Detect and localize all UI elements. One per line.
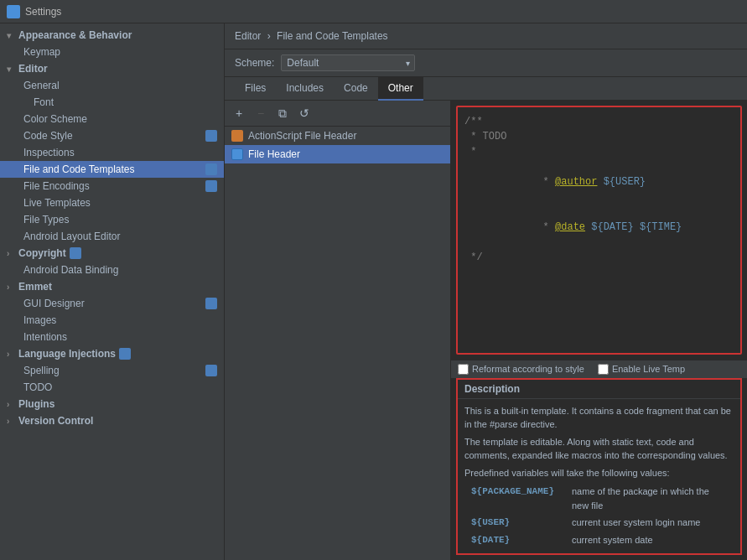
sidebar-item-file-types[interactable]: File Types xyxy=(0,211,224,228)
sidebar-item-label: File Types xyxy=(23,214,69,226)
scheme-select-wrap[interactable]: Default Project xyxy=(281,54,415,71)
file-list-panel: + − ⧉ ↺ ActionScript File Header File He… xyxy=(225,101,451,560)
code-line: * xyxy=(464,144,734,159)
code-line: * TODO xyxy=(464,129,734,144)
code-line: /** xyxy=(464,114,734,129)
reset-button[interactable]: ↺ xyxy=(295,104,314,122)
sidebar-item-general[interactable]: General xyxy=(0,77,224,94)
description-text1: This is a built-in template. It contains… xyxy=(464,404,734,432)
breadcrumb-templates: File and Code Templates xyxy=(277,30,388,42)
app-icon xyxy=(7,5,20,18)
file-item-actionscript[interactable]: ActionScript File Header xyxy=(225,127,450,145)
code-editor[interactable]: /** * TODO * * @author ${USER} * @date $… xyxy=(456,106,742,355)
code-line: * @author ${USER} xyxy=(464,159,734,205)
sidebar-item-editor[interactable]: ▾ Editor xyxy=(0,60,224,77)
description-body: This is a built-in template. It contains… xyxy=(458,399,740,554)
tab-includes[interactable]: Includes xyxy=(276,77,334,101)
badge-icon xyxy=(70,247,81,259)
sidebar-item-images[interactable]: Images xyxy=(0,312,224,329)
enable-live-text: Enable Live Temp xyxy=(612,364,685,374)
chevron-right-icon: › xyxy=(7,249,15,258)
sidebar-item-copyright[interactable]: › Copyright xyxy=(0,245,224,262)
reformat-text: Reformat according to style xyxy=(472,364,584,374)
var-desc: current system date xyxy=(565,531,734,549)
description-title: Description xyxy=(458,380,740,399)
var-name: ${DATE} xyxy=(471,535,510,545)
badge-icon xyxy=(205,80,217,91)
title-bar-text: Settings xyxy=(25,6,61,18)
sidebar-item-inspections[interactable]: Inspections xyxy=(0,144,224,161)
enable-live-checkbox[interactable] xyxy=(598,364,609,375)
sidebar-item-file-templates[interactable]: File and Code Templates xyxy=(0,161,224,178)
sidebar-item-intentions[interactable]: Intentions xyxy=(0,329,224,345)
sidebar-item-version-control[interactable]: › Version Control xyxy=(0,412,224,429)
sidebar-item-android-layout[interactable]: Android Layout Editor xyxy=(0,228,224,245)
sidebar-item-keymap[interactable]: Keymap xyxy=(0,44,224,60)
sidebar-item-file-encodings[interactable]: File Encodings xyxy=(0,178,224,194)
sidebar-item-label: File and Code Templates xyxy=(23,163,135,175)
badge-icon xyxy=(119,348,131,360)
description-panel: Description This is a built-in template.… xyxy=(456,378,742,556)
enable-live-label[interactable]: Enable Live Temp xyxy=(598,364,685,375)
table-row: ${USER} current user system login name xyxy=(464,514,734,531)
sidebar-item-lang-injections[interactable]: › Language Injections xyxy=(0,345,224,362)
scheme-row: Scheme: Default Project xyxy=(225,49,747,77)
tab-files[interactable]: Files xyxy=(235,77,276,101)
sidebar: ▾ Appearance & Behavior Keymap ▾ Editor … xyxy=(0,23,225,560)
sidebar-item-label: Language Injections xyxy=(18,348,116,360)
reformat-checkbox[interactable] xyxy=(458,364,469,375)
sidebar-item-live-templates[interactable]: Live Templates xyxy=(0,194,224,211)
code-line: * @date ${DATE} ${TIME} xyxy=(464,205,734,250)
sidebar-item-todo[interactable]: TODO xyxy=(0,379,224,396)
tab-code[interactable]: Code xyxy=(334,77,378,101)
file-item-label: ActionScript File Header xyxy=(248,130,356,142)
chevron-right-icon: › xyxy=(7,417,15,426)
add-button[interactable]: + xyxy=(230,104,248,122)
sidebar-item-label: Color Scheme xyxy=(23,113,87,125)
sidebar-item-appearance[interactable]: ▾ Appearance & Behavior xyxy=(0,27,224,44)
badge-icon xyxy=(205,163,217,175)
file-list: ActionScript File Header File Header xyxy=(225,127,450,560)
sidebar-item-gui-designer[interactable]: GUI Designer xyxy=(0,295,224,312)
remove-button[interactable]: − xyxy=(252,104,270,122)
scheme-select[interactable]: Default Project xyxy=(281,54,415,71)
file-list-toolbar: + − ⧉ ↺ xyxy=(225,101,450,127)
sidebar-item-label: TODO xyxy=(23,381,52,393)
sidebar-item-label: General xyxy=(23,80,60,91)
var-desc: current user system login name xyxy=(565,514,734,531)
sidebar-item-plugins[interactable]: › Plugins xyxy=(0,396,224,412)
actionscript-file-icon xyxy=(231,130,243,142)
sidebar-item-label: Font xyxy=(34,96,54,108)
sidebar-item-label: Emmet xyxy=(18,281,52,293)
table-row: ${DATE} current system date xyxy=(464,531,734,549)
header-file-icon xyxy=(231,148,243,160)
sidebar-item-spelling[interactable]: Spelling xyxy=(0,362,224,379)
description-variables-table: ${PACKAGE_NAME} name of the package in w… xyxy=(464,483,734,548)
sidebar-item-label: Copyright xyxy=(18,247,66,259)
sidebar-item-label: Code Style xyxy=(23,130,73,142)
breadcrumb-editor: Editor xyxy=(235,30,261,42)
sidebar-item-label: Appearance & Behavior xyxy=(18,29,132,41)
code-line: */ xyxy=(464,250,734,265)
sidebar-item-font[interactable]: Font xyxy=(0,94,224,111)
table-row: ${PACKAGE_NAME} name of the package in w… xyxy=(464,483,734,514)
reformat-label[interactable]: Reformat according to style xyxy=(458,364,584,375)
sidebar-item-label: Android Layout Editor xyxy=(23,231,120,242)
sidebar-item-color-scheme[interactable]: Color Scheme xyxy=(0,111,224,127)
chevron-right-icon: › xyxy=(7,350,15,359)
sidebar-item-label: Android Data Binding xyxy=(23,264,118,276)
copy-button[interactable]: ⧉ xyxy=(273,104,292,122)
chevron-right-icon: › xyxy=(7,400,15,409)
tab-other[interactable]: Other xyxy=(378,77,423,101)
sidebar-item-label: Intentions xyxy=(23,331,67,343)
file-item-header[interactable]: File Header xyxy=(225,145,450,163)
sidebar-item-emmet[interactable]: › Emmet xyxy=(0,278,224,295)
sidebar-item-code-style[interactable]: Code Style xyxy=(0,127,224,144)
var-name: ${USER} xyxy=(471,517,510,527)
sidebar-item-android-data[interactable]: Android Data Binding xyxy=(0,262,224,278)
panels-area: + − ⧉ ↺ ActionScript File Header File He… xyxy=(225,101,747,560)
var-desc: name of the package in which the new fil… xyxy=(565,483,734,514)
breadcrumb-sep: › xyxy=(267,30,271,42)
sidebar-item-label: Editor xyxy=(18,63,48,75)
sidebar-item-label: Keymap xyxy=(23,46,60,58)
